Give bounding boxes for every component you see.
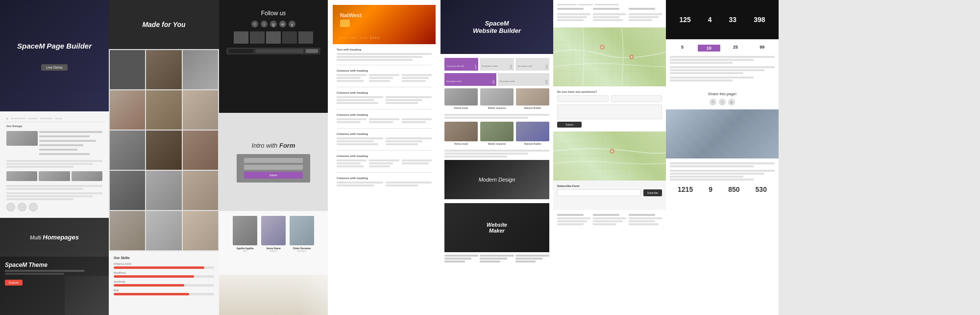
social-icon-gp[interactable]: g (270, 21, 277, 27)
people-feature-3: Nativize Builder (516, 122, 549, 145)
natwest-card: •••• •••• •••• 4321 (333, 5, 436, 44)
multi-bold: Homepages (43, 234, 79, 241)
wm-italic: Website (487, 222, 507, 228)
subscribe-input[interactable] (557, 189, 641, 196)
social-icon-yt[interactable]: y (289, 21, 295, 27)
photo-grid (109, 49, 219, 251)
feature-3: Nativize Builder (516, 88, 549, 109)
team-title-2: Designer (261, 250, 286, 252)
social-icon-in[interactable]: in (279, 21, 286, 27)
skill-bar-2: WordPress (114, 271, 214, 278)
made-for-text: Made for (142, 21, 171, 28)
form-preview-box: Submit (237, 154, 310, 183)
social-icons-row: f t g in y (226, 21, 320, 27)
window-light (298, 275, 328, 315)
team-section: Agatha Agatha CEO Jenny Name Designer Cl… (219, 211, 328, 275)
people-label-2: Mobile response (480, 142, 514, 145)
number-33: 33 (729, 16, 737, 24)
card-chip (340, 20, 350, 27)
share-icon-2[interactable]: t (719, 99, 726, 105)
columns-6 (337, 182, 432, 187)
people-img-3 (516, 122, 549, 141)
columns-3 (337, 118, 432, 124)
steps-row-1: Coming up with idea 1 Realization of ide… (444, 58, 549, 71)
val-398: 398 (754, 16, 765, 24)
step-3: Get project result 3 (515, 58, 549, 71)
share-icon-3[interactable]: g (728, 99, 735, 105)
q-textarea[interactable] (557, 105, 662, 119)
text-label-3 (515, 255, 549, 263)
multi-homepages-text: Multi Homepages (30, 234, 79, 241)
grid-cell-4 (110, 90, 145, 130)
icon-2 (18, 203, 26, 211)
design-feature-3 (72, 171, 102, 181)
skill-track-2 (114, 275, 214, 278)
icon-1 (6, 203, 15, 211)
number-125: 125 (679, 16, 690, 24)
card-number: •••• •••• •••• 4321 (340, 36, 380, 39)
grid-cell-15 (183, 211, 218, 250)
thumb-5 (298, 31, 313, 44)
office-photo (219, 275, 328, 315)
theme-italic: SpaceM (5, 262, 27, 268)
demo-button[interactable]: Live Demo (41, 64, 67, 71)
q-input-1[interactable] (557, 95, 609, 102)
modern-design-section: Modern Modern DesignDesign (444, 160, 549, 199)
grid-cell-3 (183, 50, 218, 89)
stat-5: 5 (670, 43, 695, 53)
theme-button[interactable]: Explore (5, 280, 23, 286)
social-icon-fb[interactable]: f (251, 21, 258, 27)
step-5-label: Get project result (500, 80, 514, 82)
people-label-3: Nativize Builder (516, 142, 549, 145)
skill-bar-1: HTML5 & CSS3 (114, 262, 214, 269)
grid-cell-5 (146, 90, 181, 130)
big-num-530: 530 (756, 185, 767, 193)
stat-10: 10 (696, 43, 721, 53)
social-icon-tw[interactable]: t (261, 21, 268, 27)
text-label-1 (444, 255, 478, 263)
design-feature-2 (39, 171, 70, 181)
grid-cell-1 (110, 50, 145, 89)
content-section: Text with heading Columns with heading C… (333, 44, 436, 191)
step-1-label: Coming up with idea (446, 65, 464, 67)
thumb-3 (266, 31, 281, 44)
heading-6: Columns with heading (337, 155, 432, 158)
conference-photo (666, 109, 779, 158)
form-input-2 (244, 165, 303, 170)
map-section-1 (553, 27, 666, 86)
subscribe-button[interactable]: Subscribe (643, 189, 662, 196)
q-input-2[interactable] (611, 95, 662, 102)
grid-cell-14 (146, 211, 181, 250)
divider-1 (337, 65, 432, 65)
people-img-2 (480, 122, 514, 141)
logo-bold: Page Builder (47, 42, 92, 50)
top-text-section (553, 0, 666, 27)
svg-point-11 (631, 56, 633, 58)
feature-row-1: Retina ready Mobile response Nativize Bu… (444, 88, 549, 109)
grid-cell-2 (146, 50, 181, 89)
divider-3 (337, 109, 432, 109)
team-title-3: Developer (290, 250, 314, 252)
bottom-section: 1215 9 850 530 (666, 158, 779, 200)
website-maker-section: WebsiteMaker (444, 203, 549, 252)
heading-3: Columns with heading (337, 91, 432, 94)
thumb-4 (282, 31, 297, 44)
big-num-1215: 1215 (678, 185, 693, 193)
form-submit[interactable]: Submit (244, 172, 303, 179)
feature-1: Retina ready (444, 88, 478, 109)
feature-2: Mobile response (480, 88, 514, 109)
thumb-1 (234, 31, 248, 44)
people-img-1 (444, 122, 478, 141)
chairs-scene (219, 275, 328, 315)
spacem-theme-section: SpaceM Theme Explore (0, 257, 109, 315)
panel-follow-intro: Follow us f t g in y (219, 0, 328, 315)
wb-bold: Website Builder (473, 27, 521, 34)
map-overlay-1 (553, 27, 666, 86)
stats-section: 5 10 25 99 (666, 39, 779, 88)
q-submit-btn[interactable]: Submit (557, 122, 582, 128)
share-icon-1[interactable]: f (710, 99, 716, 105)
text-cols-1 (557, 13, 662, 22)
skill-fill-2 (114, 275, 194, 278)
subscribe-section: Subscribe Form Subscribe (553, 181, 666, 210)
skills-section: Our Skills HTML5 & CSS3 WordPress JavaSc… (109, 251, 219, 315)
